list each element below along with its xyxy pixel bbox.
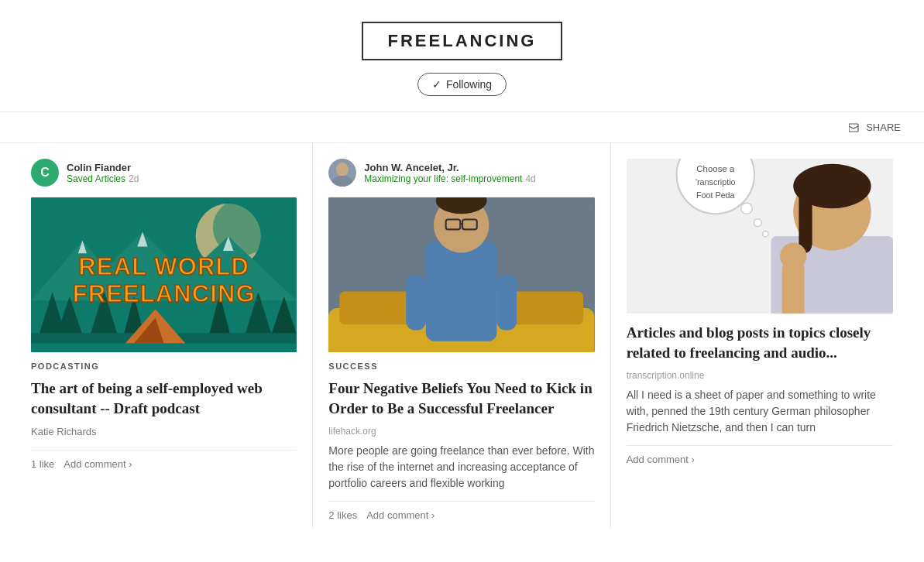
share-bar: SHARE — [0, 112, 924, 143]
article-source-2: lifehack.org — [328, 426, 594, 437]
article-author-1: Katie Richards — [31, 426, 297, 437]
time-ago-2: 4d — [525, 173, 535, 184]
card3-svg: How To Choose a 'ranscriptio Foot Peda ?… — [627, 159, 893, 314]
article-footer-3: Add comment › — [627, 445, 893, 465]
svg-text:Choose a: Choose a — [696, 164, 735, 173]
svg-rect-0 — [849, 124, 858, 132]
author-info-2: John W. Ancelet, Jr. Maximizing your lif… — [364, 162, 535, 184]
add-comment-1[interactable]: Add comment › — [64, 458, 132, 470]
card2-bg — [328, 197, 594, 352]
articles-grid: C Colin Fiander Saved Articles2d — [0, 143, 924, 529]
card2-svg — [328, 197, 594, 352]
svg-text:Foot Peda: Foot Peda — [696, 190, 735, 200]
article-footer-1: 1 like Add comment › — [31, 450, 297, 470]
article-title-3[interactable]: Articles and blog posts in topics closel… — [627, 323, 893, 362]
article-footer-2: 2 likes Add comment › — [328, 501, 594, 521]
share-icon — [849, 122, 861, 133]
comment-chevron-2: › — [431, 509, 435, 521]
article-title-1[interactable]: The art of being a self-employed web con… — [31, 379, 297, 418]
article-title-2[interactable]: Four Negative Beliefs You Need to Kick i… — [328, 379, 594, 418]
add-comment-3[interactable]: Add comment › — [627, 454, 695, 465]
following-label: Following — [446, 78, 492, 91]
category-tag-2: SUCCESS — [328, 362, 594, 371]
topic-title-box: FREELANCING — [362, 22, 563, 60]
checkmark-icon: ✓ — [432, 78, 441, 91]
author-row-1: C Colin Fiander Saved Articles2d — [31, 159, 297, 187]
author-row-2: John W. Ancelet, Jr. Maximizing your lif… — [328, 159, 594, 187]
svg-rect-31 — [426, 242, 497, 341]
svg-rect-37 — [406, 275, 426, 331]
article-card-2: John W. Ancelet, Jr. Maximizing your lif… — [313, 143, 610, 529]
likes-2[interactable]: 2 likes — [328, 509, 357, 521]
svg-text:'ranscriptio: 'ranscriptio — [696, 177, 736, 187]
svg-point-48 — [754, 219, 761, 227]
svg-rect-43 — [799, 186, 812, 252]
card1-svg: REAL WORLD FREELANCING — [31, 197, 297, 352]
article-image-1: REAL WORLD FREELANCING — [31, 197, 297, 352]
share-link[interactable]: SHARE — [849, 122, 901, 133]
avatar-2 — [328, 159, 356, 187]
article-source-3: transcription.online — [627, 370, 893, 381]
svg-point-25 — [336, 163, 349, 176]
topic-header: FREELANCING ✓ Following — [0, 0, 924, 112]
category-tag-1: PODCASTING — [31, 362, 297, 371]
article-card-3: How To Choose a 'ranscriptio Foot Peda ?… — [611, 143, 909, 529]
topic-title: FREELANCING — [388, 31, 537, 50]
comment-chevron-1: › — [129, 458, 132, 470]
article-image-2 — [328, 197, 594, 352]
likes-1[interactable]: 1 like — [31, 458, 54, 470]
article-excerpt-3: All I need is a sheet of paper and somet… — [627, 387, 893, 436]
share-label: SHARE — [866, 122, 901, 133]
author-meta-link-1[interactable]: Saved Articles — [67, 173, 125, 184]
author-name-1: Colin Fiander — [67, 162, 139, 173]
svg-text:How To: How To — [700, 159, 730, 160]
svg-rect-38 — [497, 275, 517, 331]
card3-bg: How To Choose a 'ranscriptio Foot Peda ?… — [627, 159, 893, 314]
svg-text:FREELANCING: FREELANCING — [73, 280, 256, 307]
author-info-1: Colin Fiander Saved Articles2d — [67, 162, 139, 184]
svg-point-49 — [762, 231, 768, 237]
following-button[interactable]: ✓ Following — [417, 73, 507, 96]
page-wrapper: FREELANCING ✓ Following SHARE C Colin Fi… — [0, 0, 924, 529]
comment-chevron-3: › — [691, 454, 694, 465]
avatar-1: C — [31, 159, 59, 187]
avatar-img-svg-2 — [328, 159, 356, 187]
svg-point-45 — [780, 243, 806, 269]
author-meta-link-2[interactable]: Maximizing your life: self-improvement — [364, 173, 522, 184]
article-excerpt-2: More people are going freelance than eve… — [328, 443, 594, 492]
author-name-2: John W. Ancelet, Jr. — [364, 162, 535, 173]
time-ago-1: 2d — [129, 173, 139, 184]
add-comment-2[interactable]: Add comment › — [366, 509, 435, 521]
svg-text:REAL WORLD: REAL WORLD — [78, 253, 249, 280]
author-meta-2: Maximizing your life: self-improvement4d — [364, 173, 535, 184]
svg-rect-19 — [31, 344, 297, 352]
svg-point-47 — [740, 203, 751, 214]
author-meta-1: Saved Articles2d — [67, 173, 139, 184]
card1-bg: REAL WORLD FREELANCING — [31, 197, 297, 352]
article-image-3: How To Choose a 'ranscriptio Foot Peda ?… — [627, 159, 893, 314]
article-card-1: C Colin Fiander Saved Articles2d — [15, 143, 313, 529]
